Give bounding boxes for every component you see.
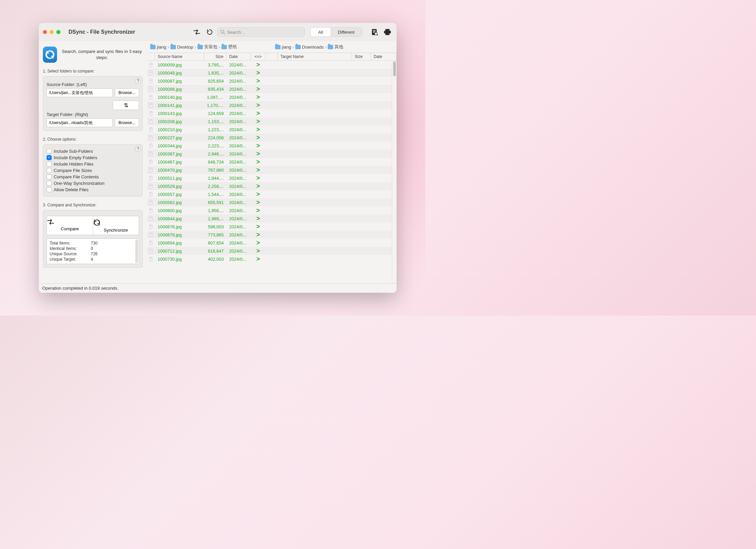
cell-size: 1,170,4...	[204, 103, 226, 108]
list-scrollbar[interactable]	[392, 61, 397, 283]
table-row[interactable]: 1000141.jpg1,170,4...2024/0...>	[147, 101, 397, 109]
table-row[interactable]: 1000143.jpg124,6592024/0...>	[147, 109, 397, 117]
compare-label: Compare	[47, 226, 93, 231]
cell-direction: >	[251, 191, 266, 198]
breadcrumb-segment[interactable]: Desktop	[177, 45, 193, 50]
option-1[interactable]: Include Empty Folders	[47, 154, 139, 161]
breadcrumb-right: jiang›Downloads›其他	[275, 44, 393, 50]
target-path-field[interactable]: /Users/jian...nloads/其他	[47, 118, 113, 127]
zoom-window-icon[interactable]	[56, 30, 60, 34]
option-label: One-Way Synchronization	[54, 181, 105, 186]
compare-icon	[47, 219, 93, 225]
table-row[interactable]: 1000694.jpg607,6542024/0...>	[147, 239, 397, 247]
cell-source-name: 1000143.jpg	[155, 111, 204, 116]
table-row[interactable]: 1000208.jpg1,153,...2024/0...>	[147, 117, 397, 125]
search-input[interactable]: Search...	[217, 27, 305, 37]
option-5[interactable]: One-Way Synchronization	[47, 180, 139, 186]
breadcrumb-segment[interactable]: 安装包	[204, 44, 217, 50]
table-row[interactable]: 1000511.jpg1,944,...2024/0...>	[147, 174, 397, 182]
breadcrumb-segment[interactable]: jiang	[282, 45, 291, 50]
cell-source-name: 1000676.jpg	[155, 224, 204, 229]
cell-direction: >	[251, 248, 266, 255]
option-0[interactable]: Include Sub-Folders	[47, 148, 139, 154]
cell-size: 1,989,...	[204, 216, 226, 221]
close-window-icon[interactable]	[43, 30, 47, 34]
segment-all[interactable]: All	[311, 28, 330, 36]
header-target-size[interactable]: Size	[352, 53, 371, 60]
option-6[interactable]: Allow Delete Files	[47, 186, 139, 193]
table-row[interactable]: 1000087.jpg825,6542024/0...>	[147, 77, 397, 85]
cell-direction: >	[251, 134, 266, 141]
table-row[interactable]: 1000712.jpg618,6472024/0...>	[147, 247, 397, 255]
table-row[interactable]: 1000009.jpg3,785,...2024/0...>	[147, 61, 397, 69]
header-target-name[interactable]: Target Name	[278, 53, 352, 60]
header-direction[interactable]: <=>	[251, 53, 266, 60]
cell-date: 2024/0...	[226, 62, 251, 67]
file-list: 1000009.jpg3,785,...2024/0...>1000049.jp…	[147, 61, 397, 283]
table-row[interactable]: 1000644.jpg1,989,...2024/0...>	[147, 214, 397, 223]
stats-scrollbar[interactable]	[135, 239, 138, 263]
segment-different[interactable]: Different	[330, 28, 362, 36]
swap-folders-button[interactable]: ⇅	[113, 100, 139, 110]
cell-date: 2024/0...	[226, 168, 251, 173]
cell-source-name: 1000694.jpg	[155, 240, 204, 245]
report-icon[interactable]	[370, 27, 380, 37]
breadcrumbs: jiang›Desktop›安装包›壁纸 jiang›Downloads›其他	[147, 41, 397, 53]
cell-direction: >	[251, 78, 266, 85]
breadcrumb-segment[interactable]: 壁纸	[228, 44, 237, 50]
breadcrumb-segment[interactable]: 其他	[334, 44, 343, 50]
header-date[interactable]: Date	[226, 53, 251, 60]
breadcrumb-segment[interactable]: Downloads	[302, 45, 324, 50]
table-row[interactable]: 1000098.jpg935,4342024/0...>	[147, 85, 397, 93]
source-path-field[interactable]: /Users/jian...安装包/壁纸	[47, 88, 113, 97]
header-source-name[interactable]: Source Name	[155, 53, 204, 60]
file-icon	[147, 233, 155, 237]
option-3[interactable]: Compare File Sizes	[47, 167, 139, 174]
header-target-date[interactable]: Date	[371, 53, 397, 60]
table-row[interactable]: 1000470.jpg767,8602024/0...>	[147, 166, 397, 174]
help-options-icon[interactable]: ?	[135, 146, 141, 152]
cell-source-name: 1000210.jpg	[155, 127, 204, 132]
header-size[interactable]: Size	[204, 53, 226, 60]
window-controls	[43, 30, 60, 34]
option-2[interactable]: Include Hidden Files	[47, 161, 139, 167]
table-row[interactable]: 1000467.jpg646,7342024/0...>	[147, 158, 397, 166]
cell-date: 2024/0...	[226, 103, 251, 108]
table-row[interactable]: 1000367.jpg2,946,...2024/0...>	[147, 150, 397, 158]
table-row[interactable]: 1000529.jpg2,258,...2024/0...>	[147, 182, 397, 190]
table-row[interactable]: 1000210.jpg1,223,...2024/0...>	[147, 125, 397, 134]
browse-target-button[interactable]: Browse...	[115, 118, 139, 127]
table-row[interactable]: 1000582.jpg655,5912024/0...>	[147, 198, 397, 206]
breadcrumb-segment[interactable]: jiang	[157, 45, 166, 50]
step3-label: 3. Compare and Synchronize:	[43, 203, 143, 207]
transfer-settings-icon[interactable]	[192, 27, 202, 37]
browse-source-button[interactable]: Browse...	[115, 88, 139, 97]
file-icon	[147, 225, 155, 229]
cell-source-name: 1000730.jpg	[155, 257, 204, 262]
table-row[interactable]: 1000678.jpg773,8652024/0...>	[147, 231, 397, 239]
table-headers: Source Name Size Date <=> Target Name Si…	[147, 53, 397, 61]
help-folders-icon[interactable]: ?	[135, 78, 141, 84]
cell-size: 598,003	[204, 224, 226, 229]
print-icon[interactable]	[382, 27, 393, 37]
synchronize-button[interactable]: Synchronize	[93, 216, 139, 235]
option-4[interactable]: Compare File Contents	[47, 174, 139, 180]
table-row[interactable]: 1000227.jpg224,0562024/0...>	[147, 134, 397, 142]
cell-size: 224,056	[204, 135, 226, 140]
compare-button[interactable]: Compare	[47, 216, 93, 235]
cell-direction: >	[251, 223, 266, 230]
file-icon	[147, 200, 155, 204]
cell-source-name: 1000049.jpg	[155, 70, 204, 76]
table-row[interactable]: 1000140.jpg1,097,1...2024/0...>	[147, 93, 397, 101]
option-label: Include Sub-Folders	[54, 149, 93, 154]
table-row[interactable]: 1000730.jpg402,0032024/0...>	[147, 255, 397, 263]
table-row[interactable]: 1000557.jpg1,544,...2024/0...>	[147, 190, 397, 198]
minimize-window-icon[interactable]	[50, 30, 54, 34]
table-row[interactable]: 1000600.jpg1,856,...2024/0...>	[147, 206, 397, 214]
file-icon	[147, 184, 155, 188]
table-row[interactable]: 1000049.jpg1,635,...2024/0...>	[147, 69, 397, 77]
folder-icon	[170, 45, 176, 49]
table-row[interactable]: 1000676.jpg598,0032024/0...>	[147, 223, 397, 231]
refresh-icon[interactable]	[205, 27, 215, 37]
table-row[interactable]: 1000344.jpg2,223,...2024/0...>	[147, 142, 397, 150]
